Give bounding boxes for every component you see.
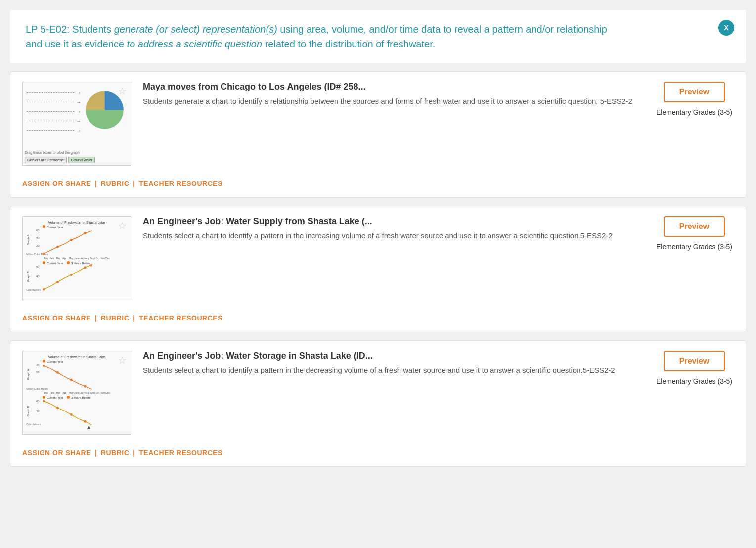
- svg-text:40: 40: [36, 236, 40, 239]
- svg-text:20: 20: [36, 244, 40, 247]
- close-button[interactable]: X: [718, 20, 734, 36]
- svg-point-31: [84, 266, 86, 269]
- svg-text:Aug: Aug: [85, 392, 89, 394]
- svg-point-68: [43, 396, 45, 399]
- dashed-line: [27, 121, 74, 121]
- svg-point-64: [43, 400, 45, 402]
- card-1-footer: ASSIGN OR SHARE | RUBRIC | TEACHER RESOU…: [22, 174, 734, 187]
- card-3-teacher-link[interactable]: TEACHER RESOURCES: [139, 449, 222, 457]
- svg-text:Cubic Meters: Cubic Meters: [26, 423, 41, 426]
- card-2-assign-link[interactable]: ASSIGN OR SHARE: [22, 314, 91, 322]
- card-1-preview-button[interactable]: Preview: [664, 82, 725, 102]
- card-3-rubric-link[interactable]: RUBRIC: [101, 449, 129, 457]
- svg-text:Graph A: Graph A: [27, 369, 30, 380]
- svg-text:60: 60: [36, 229, 40, 232]
- svg-point-6: [43, 253, 45, 255]
- svg-point-8: [70, 239, 73, 241]
- card-2-teacher-link[interactable]: TEACHER RESOURCES: [139, 314, 222, 322]
- svg-text:Nov: Nov: [100, 392, 105, 394]
- svg-text:Jan: Jan: [44, 257, 48, 260]
- svg-point-70: [67, 396, 70, 399]
- thumb1-row-5: →: [27, 128, 81, 133]
- header-italic1: generate (or select) representation(s): [114, 24, 277, 35]
- card-3-assign-link[interactable]: ASSIGN OR SHARE: [22, 449, 91, 457]
- svg-point-66: [70, 413, 73, 416]
- svg-point-10: [43, 225, 45, 228]
- svg-text:Current Year: Current Year: [47, 360, 63, 363]
- thumb1-rows: → → → → →: [27, 90, 81, 133]
- card-2-info: An Engineer's Job: Water Supply from Sha…: [143, 216, 643, 242]
- svg-text:Sept: Sept: [90, 392, 95, 394]
- card-1-description: Students generate a chart to identify a …: [143, 96, 643, 107]
- line-chart-svg-2: Volume of Freshwater in Shasta Lake Grap…: [25, 219, 129, 298]
- svg-text:Apr: Apr: [62, 257, 66, 260]
- card-1-rubric-link[interactable]: RUBRIC: [101, 180, 129, 187]
- svg-text:Cubic Meters: Cubic Meters: [26, 289, 41, 291]
- card-1-assign-link[interactable]: ASSIGN OR SHARE: [22, 180, 91, 187]
- header-italic2: to address a scientific question: [127, 39, 263, 49]
- svg-text:40: 40: [36, 364, 40, 366]
- svg-text:Graph B: Graph B: [27, 406, 30, 416]
- svg-text:Oct: Oct: [96, 392, 100, 394]
- header-prefix: LP 5-E02: Students: [26, 24, 114, 35]
- card-3-grade: Elementary Grades (3-5): [656, 377, 732, 385]
- svg-point-35: [67, 261, 70, 264]
- svg-point-33: [43, 261, 45, 264]
- card-3-preview-button[interactable]: Preview: [664, 351, 725, 371]
- svg-text:3 Years Before: 3 Years Before: [71, 262, 90, 265]
- card-3-actions: Preview Elementary Grades (3-5): [655, 351, 734, 385]
- arrow-icon: →: [76, 90, 81, 95]
- svg-text:Nov: Nov: [100, 257, 105, 260]
- svg-text:July: July: [80, 257, 85, 260]
- footer-sep-2: |: [133, 180, 135, 187]
- card-3: ☆ Volume of Freshwater in Shasta Lake Gr…: [10, 340, 746, 467]
- card-1-info: Maya moves from Chicago to Los Angeles (…: [143, 82, 643, 107]
- thumb1-row-3: →: [27, 109, 81, 114]
- header-section: LP 5-E02: Students generate (or select) …: [10, 10, 746, 63]
- dashed-line: [27, 111, 74, 112]
- label-glaciers: Glaciers and Permafrost: [25, 157, 67, 163]
- card-1-actions: Preview Elementary Grades (3-5): [655, 82, 734, 116]
- drag-text: Drag these boxes to label the graph: [25, 151, 80, 154]
- svg-point-30: [70, 274, 73, 276]
- footer-sep-4: |: [133, 314, 135, 322]
- svg-text:Aug: Aug: [85, 257, 89, 260]
- thumb1-row-1: →: [27, 90, 81, 95]
- svg-text:60: 60: [36, 400, 40, 403]
- card-3-footer: ASSIGN OR SHARE | RUBRIC | TEACHER RESOU…: [22, 443, 734, 457]
- svg-text:Mar: Mar: [56, 392, 61, 394]
- arrow-icon: →: [76, 109, 81, 114]
- card-1-teacher-link[interactable]: TEACHER RESOURCES: [139, 180, 222, 187]
- card-2-title: An Engineer's Job: Water Supply from Sha…: [143, 216, 643, 227]
- svg-point-46: [43, 360, 45, 363]
- svg-text:Million Cubic Meters: Million Cubic Meters: [26, 388, 48, 390]
- svg-text:20: 20: [36, 371, 40, 374]
- card-2-thumbnail: ☆ Volume of Freshwater in Shasta Lake Gr…: [22, 216, 131, 300]
- svg-point-44: [70, 379, 73, 381]
- svg-text:3 Years Before: 3 Years Before: [71, 396, 90, 399]
- card-2: ☆ Volume of Freshwater in Shasta Lake Gr…: [10, 206, 746, 332]
- card-2-rubric-link[interactable]: RUBRIC: [101, 314, 129, 322]
- svg-text:Volume of Freshwater in Shasta: Volume of Freshwater in Shasta Lake: [48, 221, 105, 224]
- svg-text:40: 40: [36, 410, 40, 412]
- svg-text:Feb: Feb: [50, 257, 54, 260]
- svg-point-7: [56, 246, 59, 248]
- thumb1-row-4: →: [27, 118, 81, 124]
- card-2-body: ☆ Volume of Freshwater in Shasta Lake Gr…: [22, 216, 734, 300]
- label-ground: Ground Water: [68, 157, 95, 163]
- pie-segment-blue: [105, 91, 124, 110]
- favorite-icon[interactable]: ☆: [118, 355, 127, 365]
- svg-text:Oct: Oct: [96, 257, 100, 260]
- dashed-line: [27, 102, 74, 102]
- svg-text:Graph B: Graph B: [27, 271, 30, 282]
- svg-point-42: [43, 365, 45, 367]
- svg-point-67: [84, 420, 86, 423]
- footer-sep-6: |: [133, 449, 135, 457]
- card-3-thumbnail: ☆ Volume of Freshwater in Shasta Lake Gr…: [22, 351, 131, 435]
- pie-chart: [84, 89, 126, 131]
- svg-text:Million Cubic Meters: Million Cubic Meters: [26, 253, 48, 256]
- card-2-preview-button[interactable]: Preview: [664, 216, 725, 237]
- favorite-icon[interactable]: ☆: [118, 221, 127, 230]
- footer-sep-3: |: [95, 314, 97, 322]
- svg-text:Current Year: Current Year: [47, 396, 63, 399]
